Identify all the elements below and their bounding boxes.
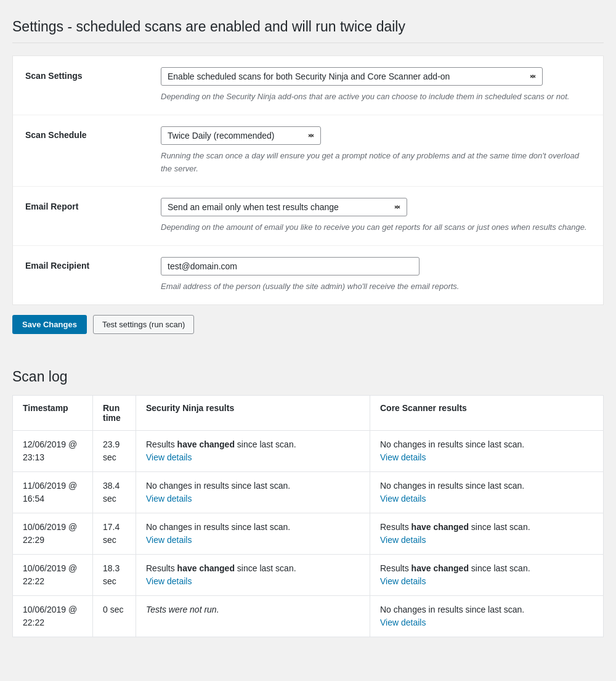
table-row: 10/06/2019 @ 22:2218.3 secResults have c… (13, 554, 604, 595)
col-header-runtime: Run time (93, 395, 136, 430)
cell-cs-results: Results have changed since last scan. Vi… (370, 554, 604, 595)
email-recipient-row: Email Recipient Email address of the per… (13, 246, 603, 304)
buttons-row: Save Changes Test settings (run scan) (12, 305, 604, 344)
cell-timestamp: 12/06/2019 @ 23:13 (13, 430, 93, 471)
email-report-label: Email Report (25, 198, 148, 211)
cs-view-details-link[interactable]: View details (380, 576, 426, 586)
save-changes-button[interactable]: Save Changes (12, 315, 87, 334)
page-container: Settings - scheduled scans are enabled a… (12, 12, 604, 637)
table-row: 11/06/2019 @ 16:5438.4 secNo changes in … (13, 471, 604, 513)
sn-view-details-link[interactable]: View details (146, 494, 192, 504)
cell-sn-results: Tests were not run. (136, 595, 370, 637)
cell-runtime: 23.9 sec (93, 430, 136, 471)
cell-timestamp: 10/06/2019 @ 22:29 (13, 513, 93, 554)
cell-timestamp: 11/06/2019 @ 16:54 (13, 471, 93, 513)
scan-schedule-control: Twice Daily (recommended) Daily Weekly R… (161, 126, 591, 176)
cell-cs-results: No changes in results since last scan. V… (370, 595, 604, 637)
cell-runtime: 38.4 sec (93, 471, 136, 513)
email-recipient-input[interactable] (161, 257, 419, 275)
cs-view-details-link[interactable]: View details (380, 494, 426, 504)
table-row: 10/06/2019 @ 22:220 secTests were not ru… (13, 595, 604, 637)
scan-schedule-label: Scan Schedule (25, 126, 148, 140)
sn-view-details-link[interactable]: View details (146, 576, 192, 586)
cell-timestamp: 10/06/2019 @ 22:22 (13, 595, 93, 637)
scan-log-table: Timestamp Run time Security Ninja result… (12, 395, 604, 637)
scan-settings-select[interactable]: Enable scheduled scans for both Security… (161, 67, 543, 86)
table-row: 12/06/2019 @ 23:1323.9 secResults have c… (13, 430, 604, 471)
email-report-select[interactable]: Send an email only when test results cha… (161, 198, 407, 216)
scan-log-section: Scan log Timestamp Run time Security Nin… (12, 369, 604, 637)
col-header-cs: Core Scanner results (370, 395, 604, 430)
cell-sn-results: No changes in results since last scan. V… (136, 471, 370, 513)
col-header-sn: Security Ninja results (136, 395, 370, 430)
scan-settings-control: Enable scheduled scans for both Security… (161, 67, 591, 104)
cell-sn-results: Results have changed since last scan. Vi… (136, 554, 370, 595)
email-recipient-label: Email Recipient (25, 257, 148, 271)
cell-cs-results: No changes in results since last scan. V… (370, 471, 604, 513)
table-header-row: Timestamp Run time Security Ninja result… (13, 395, 604, 430)
scan-settings-description: Depending on the Security Ninja add-ons … (161, 91, 591, 104)
cs-view-details-link[interactable]: View details (380, 535, 426, 545)
cell-runtime: 18.3 sec (93, 554, 136, 595)
cell-runtime: 0 sec (93, 595, 136, 637)
test-settings-button[interactable]: Test settings (run scan) (93, 315, 194, 334)
settings-section: Settings - scheduled scans are enabled a… (12, 12, 604, 356)
cell-timestamp: 10/06/2019 @ 22:22 (13, 554, 93, 595)
cell-cs-results: No changes in results since last scan. V… (370, 430, 604, 471)
table-row: 10/06/2019 @ 22:2917.4 secNo changes in … (13, 513, 604, 554)
email-report-description: Depending on the amount of email you lik… (161, 221, 591, 234)
scan-settings-label: Scan Settings (25, 67, 148, 81)
settings-form: Scan Settings Enable scheduled scans for… (12, 55, 604, 305)
sn-view-details-link[interactable]: View details (146, 452, 192, 462)
scan-schedule-description: Running the scan once a day will ensure … (161, 150, 591, 176)
scan-schedule-select[interactable]: Twice Daily (recommended) Daily Weekly (161, 126, 321, 145)
cs-view-details-link[interactable]: View details (380, 618, 426, 627)
email-recipient-description: Email address of the person (usually the… (161, 280, 591, 293)
cell-sn-results: Results have changed since last scan. Vi… (136, 430, 370, 471)
col-header-timestamp: Timestamp (13, 395, 93, 430)
scan-schedule-row: Scan Schedule Twice Daily (recommended) … (13, 115, 603, 187)
scan-log-title: Scan log (12, 369, 604, 385)
sn-view-details-link[interactable]: View details (146, 535, 192, 545)
scan-settings-row: Scan Settings Enable scheduled scans for… (13, 56, 603, 115)
cell-sn-results: No changes in results since last scan. V… (136, 513, 370, 554)
cell-cs-results: Results have changed since last scan. Vi… (370, 513, 604, 554)
cs-view-details-link[interactable]: View details (380, 452, 426, 462)
cell-runtime: 17.4 sec (93, 513, 136, 554)
email-recipient-control: Email address of the person (usually the… (161, 257, 591, 293)
page-title: Settings - scheduled scans are enabled a… (12, 18, 604, 43)
email-report-row: Email Report Send an email only when tes… (13, 187, 603, 246)
email-report-control: Send an email only when test results cha… (161, 198, 591, 234)
